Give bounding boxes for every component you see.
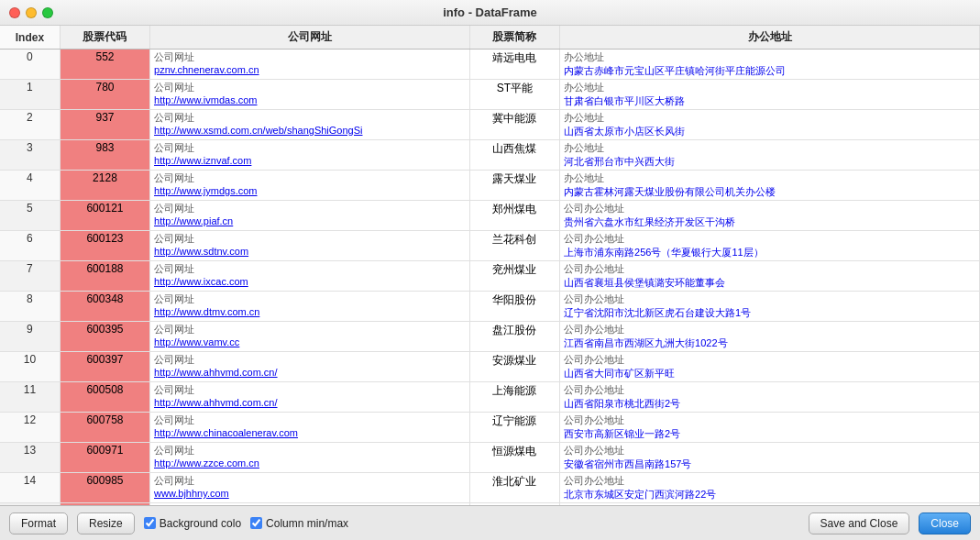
company-url-value[interactable]: http://www.sdtnv.com — [154, 246, 466, 257]
office-addr-value: 山西省阳泉市桃北西街2号 — [564, 397, 975, 411]
cell-company-url: 公司网址http://www.jymdgs.com — [150, 171, 470, 201]
col-header-stock-abbr[interactable]: 股票简称 — [469, 26, 559, 50]
col-header-index[interactable]: Index — [0, 26, 60, 50]
cell-stock-abbr: 安源煤业 — [469, 352, 559, 382]
cell-stock-code: 600348 — [60, 292, 149, 322]
close-button[interactable] — [9, 7, 20, 18]
resize-button[interactable]: Resize — [77, 512, 135, 534]
cell-index: 1 — [0, 80, 60, 110]
cell-stock-code: 600758 — [60, 413, 149, 443]
table-row: 1780公司网址http://www.ivmdas.comST平能办公地址甘肃省… — [0, 80, 980, 110]
cell-stock-abbr: 华阳股份 — [469, 292, 559, 322]
cell-stock-code: 600985 — [60, 473, 149, 503]
company-url-label: 公司网址 — [154, 111, 466, 125]
bg-color-checkbox[interactable] — [144, 517, 156, 529]
company-url-value[interactable]: www.bjhhny.com — [154, 488, 466, 499]
office-addr-value: 北京市东城区安定门西滨河路22号 — [564, 488, 975, 501]
cell-index: 12 — [0, 413, 60, 443]
cell-index: 11 — [0, 382, 60, 413]
cell-index: 13 — [0, 443, 60, 473]
cell-stock-abbr: 淮北矿业 — [469, 473, 559, 503]
close-button-bottom[interactable]: Close — [919, 512, 971, 534]
maximize-button[interactable] — [42, 7, 53, 18]
company-url-value[interactable]: http://www.xsmd.com.cn/web/shangShiGongS… — [154, 125, 466, 136]
cell-stock-code: 2128 — [60, 171, 149, 201]
office-addr-value: 贵州省六盘水市红果经济开发区干沟桥 — [564, 215, 975, 229]
company-url-value[interactable]: http://www.iznvaf.com — [154, 155, 466, 166]
company-url-value[interactable]: http://www.zzce.com.cn — [154, 457, 466, 468]
col-minmax-label: Column min/max — [266, 517, 348, 530]
cell-office-addr: 公司办公地址山西省襄垣县侯堡镇潞安环能董事会 — [560, 261, 980, 292]
company-url-value[interactable]: http://www.dtmv.com.cn — [154, 306, 466, 317]
cell-office-addr: 办公地址内蒙古赤峰市元宝山区平庄镇哈河街平庄能源公司 — [560, 50, 980, 80]
cell-stock-code: 600121 — [60, 201, 149, 231]
company-url-label: 公司网址 — [154, 353, 466, 367]
office-addr-label: 公司办公地址 — [564, 383, 975, 397]
cell-stock-code: 600397 — [60, 352, 149, 382]
company-url-label: 公司网址 — [154, 323, 466, 336]
col-minmax-checkbox-group: Column min/max — [250, 517, 348, 530]
window-title: info - DataFrame — [443, 6, 537, 19]
cell-company-url: 公司网址www.bjhhny.com — [150, 473, 470, 503]
office-addr-value: 山西省襄垣县侯堡镇潞安环能董事会 — [564, 276, 975, 290]
office-addr-value: 内蒙古赤峰市元宝山区平庄镇哈河街平庄能源公司 — [564, 64, 975, 78]
bg-color-label: Background colo — [160, 517, 241, 530]
table-row: 42128公司网址http://www.jymdgs.com露天煤业办公地址内蒙… — [0, 171, 980, 201]
cell-index: 5 — [0, 201, 60, 231]
col-header-company-url[interactable]: 公司网址 — [150, 26, 470, 50]
company-url-value[interactable]: http://www.ixcac.com — [154, 276, 466, 287]
traffic-lights — [9, 7, 53, 18]
company-url-value[interactable]: pznv.chnenerav.com.cn — [154, 64, 466, 75]
company-url-value[interactable]: http://www.ahhvmd.com.cn/ — [154, 397, 466, 408]
minimize-button[interactable] — [26, 7, 37, 18]
cell-company-url: 公司网址http://www.ivmdas.com — [150, 80, 470, 110]
cell-office-addr: 办公地址河北省邢台市中兴西大街 — [560, 140, 980, 171]
office-addr-label: 公司办公地址 — [564, 353, 975, 367]
cell-index: 6 — [0, 231, 60, 261]
cell-index: 10 — [0, 352, 60, 382]
cell-stock-code: 552 — [60, 50, 149, 80]
col-header-office-addr[interactable]: 办公地址 — [560, 26, 980, 50]
cell-office-addr: 公司办公地址贵州省六盘水市红果经济开发区干沟桥 — [560, 201, 980, 231]
company-url-value[interactable]: http://www.jymdgs.com — [154, 185, 466, 196]
table-row: 13600971公司网址http://www.zzce.com.cn恒源煤电公司… — [0, 443, 980, 473]
col-header-stock-code[interactable]: 股票代码 — [60, 26, 149, 50]
cell-office-addr: 公司办公地址北京市东城区安定门西滨河路22号 — [560, 473, 980, 503]
cell-office-addr: 公司办公地址西安市高新区锦业一路2号 — [560, 413, 980, 443]
company-url-label: 公司网址 — [154, 232, 466, 246]
company-url-value[interactable]: http://www.chinacoalenerav.com — [154, 427, 466, 438]
cell-stock-code: 600971 — [60, 443, 149, 473]
table-row: 14600985公司网址www.bjhhny.com淮北矿业公司办公地址北京市东… — [0, 473, 980, 503]
company-url-value[interactable]: http://www.piaf.cn — [154, 215, 466, 226]
table-body: 0552公司网址pznv.chnenerav.com.cn靖远电电办公地址内蒙古… — [0, 50, 980, 506]
office-addr-label: 办公地址 — [564, 81, 975, 94]
office-addr-value: 山西省大同市矿区新平旺 — [564, 367, 975, 380]
company-url-label: 公司网址 — [154, 262, 466, 276]
table-row: 6600123公司网址http://www.sdtnv.com兰花科创公司办公地… — [0, 231, 980, 261]
office-addr-label: 公司办公地址 — [564, 323, 975, 336]
cell-stock-code: 780 — [60, 80, 149, 110]
cell-stock-abbr: 冀中能源 — [469, 110, 559, 140]
cell-index: 3 — [0, 140, 60, 171]
company-url-label: 公司网址 — [154, 474, 466, 488]
table-row: 12600758公司网址http://www.chinacoalenerav.c… — [0, 413, 980, 443]
company-url-value[interactable]: http://www.ahhvmd.com.cn/ — [154, 367, 466, 378]
cell-stock-abbr: 山西焦煤 — [469, 140, 559, 171]
col-minmax-checkbox[interactable] — [250, 517, 262, 529]
cell-company-url: 公司网址http://www.dtmv.com.cn — [150, 292, 470, 322]
company-url-value[interactable]: http://www.vamv.cc — [154, 336, 466, 347]
table-row: 11600508公司网址http://www.ahhvmd.com.cn/上海能… — [0, 382, 980, 413]
office-addr-label: 办公地址 — [564, 50, 975, 64]
company-url-value[interactable]: http://www.ivmdas.com — [154, 94, 466, 105]
table-row: 7600188公司网址http://www.ixcac.com兖州煤业公司办公地… — [0, 261, 980, 292]
office-addr-label: 公司办公地址 — [564, 444, 975, 457]
cell-index: 7 — [0, 261, 60, 292]
office-addr-label: 公司办公地址 — [564, 232, 975, 246]
office-addr-value: 安徽省宿州市西昌南路157号 — [564, 457, 975, 471]
cell-company-url: 公司网址http://www.piaf.cn — [150, 201, 470, 231]
cell-company-url: 公司网址http://www.sdtnv.com — [150, 231, 470, 261]
company-url-label: 公司网址 — [154, 383, 466, 397]
save-close-button[interactable]: Save and Close — [809, 512, 910, 534]
company-url-label: 公司网址 — [154, 171, 466, 185]
format-button[interactable]: Format — [9, 512, 68, 534]
